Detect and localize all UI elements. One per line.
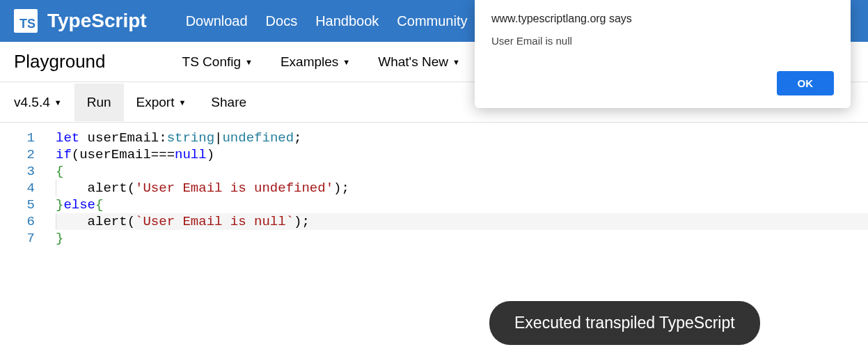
caret-down-icon: ▼ xyxy=(452,58,460,66)
nav-handbook[interactable]: Handbook xyxy=(315,13,379,29)
line-number: 5 xyxy=(0,197,35,213)
code-line: alert(`User Email is null`); xyxy=(56,213,868,230)
caret-down-icon: ▼ xyxy=(342,58,350,66)
export-menu[interactable]: Export ▼ xyxy=(124,84,199,121)
alert-message: User Email is null xyxy=(491,35,834,71)
code-line: if(userEmail===null) xyxy=(56,146,868,163)
alert-origin: www.typescriptlang.org says xyxy=(491,13,834,25)
code-line: alert('User Email is undefined'); xyxy=(56,180,868,197)
alert-actions: OK xyxy=(491,71,834,95)
ts-config-label: TS Config xyxy=(182,54,241,70)
logo-text: TypeScript xyxy=(47,10,147,32)
alert-ok-button[interactable]: OK xyxy=(777,71,835,95)
line-number: 3 xyxy=(0,163,35,180)
code-content[interactable]: let userEmail:string|undefined;if(userEm… xyxy=(42,123,868,247)
share-button[interactable]: Share xyxy=(198,84,259,121)
examples-menu[interactable]: Examples ▼ xyxy=(281,54,350,70)
code-line: } xyxy=(56,230,868,247)
caret-down-icon: ▼ xyxy=(178,98,186,107)
nav-download[interactable]: Download xyxy=(186,13,248,29)
code-line: }else{ xyxy=(56,197,868,213)
whats-new-label: What's New xyxy=(378,54,448,70)
caret-down-icon: ▼ xyxy=(54,98,62,107)
code-line: let userEmail:string|undefined; xyxy=(56,130,868,146)
ts-logo-icon: TS xyxy=(14,9,38,33)
line-number: 6 xyxy=(0,213,35,230)
export-label: Export xyxy=(136,95,175,110)
code-line: { xyxy=(56,163,868,180)
examples-label: Examples xyxy=(281,54,338,70)
nav-docs[interactable]: Docs xyxy=(266,13,298,29)
line-number: 4 xyxy=(0,180,35,197)
whats-new-menu[interactable]: What's New ▼ xyxy=(378,54,460,70)
subheader-menu: TS Config ▼ Examples ▼ What's New ▼ xyxy=(182,54,460,70)
run-button[interactable]: Run xyxy=(74,84,124,121)
code-editor[interactable]: 1 2 3 4 5 6 7 let userEmail:string|undef… xyxy=(0,123,868,247)
nav-links: Download Docs Handbook Community xyxy=(186,13,468,29)
version-selector[interactable]: v4.5.4 ▼ xyxy=(14,84,74,121)
line-gutter: 1 2 3 4 5 6 7 xyxy=(0,123,42,247)
line-number: 7 xyxy=(0,230,35,247)
line-number: 1 xyxy=(0,130,35,146)
execution-toast: Executed transpiled TypeScript xyxy=(489,301,760,345)
line-number: 2 xyxy=(0,146,35,163)
page-title: Playground xyxy=(14,51,106,72)
browser-alert-dialog: www.typescriptlang.org says User Email i… xyxy=(475,0,851,108)
nav-community[interactable]: Community xyxy=(397,13,467,29)
ts-config-menu[interactable]: TS Config ▼ xyxy=(182,54,253,70)
version-label: v4.5.4 xyxy=(14,95,50,110)
caret-down-icon: ▼ xyxy=(245,58,253,66)
